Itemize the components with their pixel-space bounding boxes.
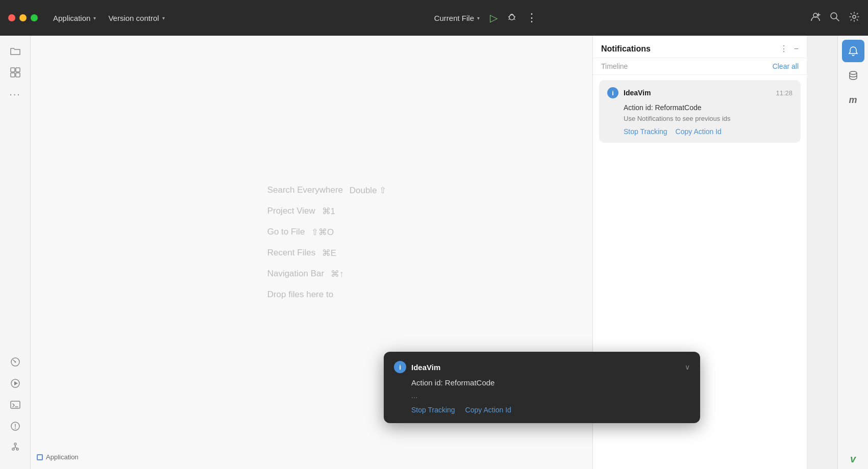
notif-info-icon: i xyxy=(607,87,618,98)
current-file-label: Current File xyxy=(434,14,474,22)
vcs-menu[interactable]: Version control ▾ xyxy=(103,12,169,24)
speedometer-icon[interactable] xyxy=(6,353,24,371)
notifications-toolbar: Timeline Clear all xyxy=(593,58,807,75)
dark-stop-tracking-button[interactable]: Stop Tracking xyxy=(411,406,455,414)
search-icon[interactable] xyxy=(829,11,840,25)
dark-popup-chevron-icon[interactable]: ∨ xyxy=(685,363,690,371)
debug-icon[interactable] xyxy=(507,12,517,24)
current-file-chevron: ▾ xyxy=(477,15,480,21)
dark-info-icon: i xyxy=(394,361,406,373)
current-file-menu[interactable]: Current File ▾ xyxy=(434,14,480,22)
notif-time: 11:28 xyxy=(776,89,792,97)
application-chevron: ▾ xyxy=(93,15,96,21)
svg-line-10 xyxy=(836,18,839,21)
fullscreen-button[interactable] xyxy=(31,14,38,21)
application-menu[interactable]: Application ▾ xyxy=(48,12,101,24)
titlebar-right xyxy=(810,11,860,25)
notifications-title: Notifications xyxy=(601,44,774,54)
traffic-lights xyxy=(8,14,38,21)
application-label: Application xyxy=(53,14,90,22)
svg-point-27 xyxy=(850,71,857,74)
dark-ellipsis: ... xyxy=(394,391,690,400)
notif-more-icon[interactable]: ⋮ xyxy=(780,44,788,54)
svg-rect-20 xyxy=(11,401,20,408)
more-actions-icon[interactable]: ⋮ xyxy=(526,11,537,24)
hint-project-label: Project View xyxy=(267,206,315,216)
notif-hint: Use Notifications to see previous ids xyxy=(607,115,792,122)
add-profile-icon[interactable] xyxy=(810,11,821,25)
sidebar-bottom-group xyxy=(6,353,24,463)
run-config-icon[interactable] xyxy=(6,374,24,393)
hint-project: Project View ⌘1 xyxy=(267,206,335,217)
svg-line-5 xyxy=(514,19,515,20)
titlebar-actions: ▷ ⋮ xyxy=(490,11,537,24)
hint-recent-shortcut: ⌘E xyxy=(319,248,336,258)
copy-action-id-button[interactable]: Copy Action Id xyxy=(676,127,722,136)
svg-point-11 xyxy=(853,15,856,18)
svg-rect-13 xyxy=(16,68,20,72)
notification-item: i IdeaVim 11:28 Action id: ReformatCode … xyxy=(599,80,801,143)
hint-recent: Recent Files ⌘E xyxy=(267,248,337,258)
titlebar: Application ▾ Version control ▾ Current … xyxy=(0,0,868,36)
git-icon[interactable] xyxy=(6,438,24,457)
notif-action-id: Action id: ReformatCode xyxy=(607,103,792,112)
hint-recent-label: Recent Files xyxy=(267,248,315,258)
clear-all-button[interactable]: Clear all xyxy=(773,62,799,70)
dark-popup-header: i IdeaVim ∨ xyxy=(394,361,690,373)
svg-point-23 xyxy=(15,428,16,429)
svg-point-24 xyxy=(14,443,16,445)
dark-actions: Stop Tracking Copy Action Id xyxy=(394,406,690,414)
vim-status-area: v xyxy=(850,453,856,469)
hint-navbar-label: Navigation Bar xyxy=(267,269,325,279)
run-button[interactable]: ▷ xyxy=(490,12,498,24)
timeline-label: Timeline xyxy=(601,62,773,70)
svg-point-17 xyxy=(14,361,16,363)
database-icon[interactable] xyxy=(842,64,864,87)
notifications-header: Notifications ⋮ − xyxy=(593,36,807,58)
hint-search-label: Search Everywhere xyxy=(267,185,343,195)
close-button[interactable] xyxy=(8,14,15,21)
svg-rect-15 xyxy=(16,73,20,77)
dark-action-id: Action id: ReformatCode xyxy=(394,378,690,387)
maven-label: m xyxy=(849,95,857,106)
hint-goto-shortcut: ⇧⌘O xyxy=(309,227,334,238)
editor-hints: Search Everywhere Double ⇧ Project View … xyxy=(267,185,387,300)
terminal-icon[interactable] xyxy=(6,396,24,414)
vcs-chevron: ▾ xyxy=(162,15,165,21)
sidebar-right: m v xyxy=(837,36,868,469)
settings-icon[interactable] xyxy=(849,11,860,25)
hint-navbar: Navigation Bar ⌘↑ xyxy=(267,269,344,279)
components-icon[interactable] xyxy=(6,63,24,82)
svg-rect-14 xyxy=(11,73,15,77)
hint-navbar-shortcut: ⌘↑ xyxy=(328,269,343,279)
dark-app-name: IdeaVim xyxy=(411,363,440,372)
notif-minimize-icon[interactable]: − xyxy=(794,44,799,54)
hint-goto-file: Go to File ⇧⌘O xyxy=(267,227,334,238)
main-layout: ··· xyxy=(0,36,868,469)
notifications-panel: Notifications ⋮ − Timeline Clear all i I… xyxy=(592,36,807,469)
notifications-panel-toggle[interactable] xyxy=(842,40,864,62)
dark-copy-action-id-button[interactable]: Copy Action Id xyxy=(465,406,511,414)
hint-goto-label: Go to File xyxy=(267,227,305,237)
hint-project-shortcut: ⌘1 xyxy=(319,206,335,217)
hint-drop: Drop files here to xyxy=(267,290,333,300)
stop-tracking-button[interactable]: Stop Tracking xyxy=(624,127,667,136)
app-label: Application xyxy=(37,453,79,461)
problems-icon[interactable] xyxy=(6,417,24,435)
vcs-label: Version control xyxy=(108,14,159,22)
hint-drop-label: Drop files here to xyxy=(267,290,333,300)
app-name: Application xyxy=(46,453,79,461)
sidebar-left: ··· xyxy=(0,36,31,469)
notif-actions: Stop Tracking Copy Action Id xyxy=(607,127,792,136)
svg-line-4 xyxy=(509,19,510,20)
hint-search-shortcut: Double ⇧ xyxy=(347,185,386,196)
notif-item-header: i IdeaVim 11:28 xyxy=(607,87,792,98)
app-square-icon xyxy=(37,454,43,460)
svg-marker-19 xyxy=(14,381,18,385)
dark-popup: i IdeaVim ∨ Action id: ReformatCode ... … xyxy=(384,352,700,423)
svg-rect-12 xyxy=(11,68,15,72)
more-tools-icon[interactable]: ··· xyxy=(6,85,24,103)
minimize-button[interactable] xyxy=(19,14,27,21)
maven-icon[interactable]: m xyxy=(842,89,864,111)
folder-icon[interactable] xyxy=(6,42,24,60)
